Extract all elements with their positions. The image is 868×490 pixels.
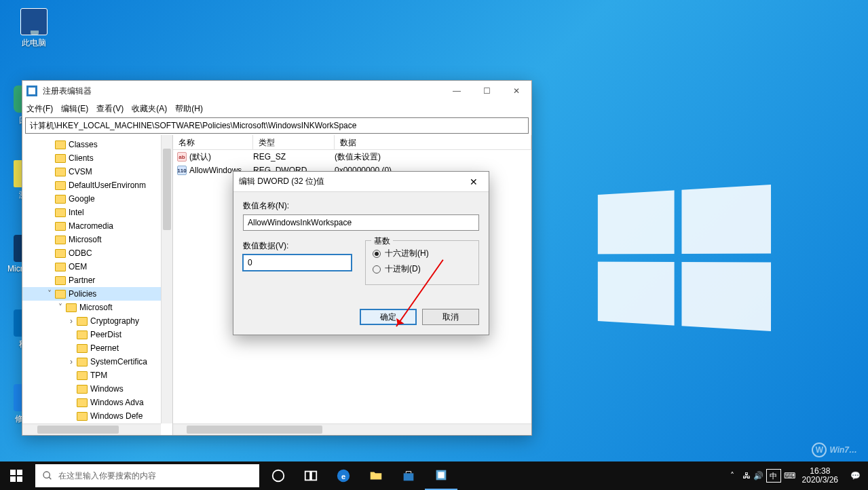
tree-item[interactable]: Clients — [22, 151, 172, 165]
start-button[interactable] — [0, 461, 33, 490]
menu-help[interactable]: 帮助(H) — [175, 103, 203, 115]
value-data: (数值未设置) — [335, 151, 531, 163]
folder-icon — [77, 371, 88, 380]
tree-item[interactable]: ODBC — [22, 246, 172, 260]
titlebar[interactable]: 注册表编辑器 — ☐ ✕ — [22, 81, 531, 101]
tree-hscrollbar[interactable] — [22, 423, 161, 435]
dialog-titlebar[interactable]: 编辑 DWORD (32 位)值 ✕ — [233, 172, 489, 192]
tree-vscrollbar[interactable] — [161, 135, 172, 423]
tree-item[interactable]: Partner — [22, 274, 172, 287]
taskbar-store[interactable] — [392, 461, 425, 490]
tree-item[interactable]: Macromedia — [22, 219, 172, 233]
tree-item[interactable]: TPM — [22, 369, 172, 382]
cortana-button[interactable] — [262, 461, 295, 490]
radio-dec-label: 十进制(D) — [385, 263, 421, 275]
value-data-label: 数值数据(V): — [243, 240, 352, 252]
tree-pane[interactable]: ClassesClientsCVSMDefaultUserEnvironmGoo… — [22, 135, 173, 435]
tree-item[interactable]: Windows Defe — [22, 409, 172, 423]
system-tray: ˄ 🖧 🔊 中 ⌨ 16:382020/3/26 💬 — [725, 467, 868, 485]
tree-item[interactable]: PeerDist — [22, 328, 172, 341]
desktop-icon-this-pc[interactable]: 此电脑 — [14, 8, 54, 49]
value-name-field[interactable] — [243, 214, 479, 231]
tree-item[interactable]: ˅Microsoft — [22, 301, 172, 314]
search-icon — [42, 470, 53, 481]
tray-overflow[interactable]: ˄ — [725, 471, 740, 480]
list-header[interactable]: 名称 类型 数据 — [173, 135, 531, 150]
tree-item[interactable]: Microsoft — [22, 233, 172, 246]
tree-item-label: Peernet — [90, 343, 119, 353]
scrollbar-thumb[interactable] — [187, 426, 322, 434]
svg-rect-4 — [312, 472, 316, 480]
tray-network-icon[interactable]: 🖧 — [742, 471, 751, 480]
search-box[interactable]: 在这里输入你要搜索的内容 — [35, 464, 259, 487]
tree-item-label: Partner — [69, 276, 95, 285]
tree-item-label: Policies — [69, 289, 96, 299]
tree-item-label: DefaultUserEnvironm — [69, 181, 146, 190]
tree-item[interactable]: Google — [22, 192, 172, 206]
svg-text:e: e — [341, 472, 345, 480]
pc-icon — [20, 8, 48, 35]
ime-indicator[interactable]: 中 — [766, 469, 781, 483]
taskbar-regedit[interactable] — [425, 461, 457, 490]
tree-item[interactable]: Windows — [22, 382, 172, 396]
folder-icon — [77, 385, 88, 394]
value-name-label: 数值名称(N): — [243, 200, 479, 212]
tray-volume-icon[interactable]: 🔊 — [753, 471, 763, 480]
maximize-button[interactable]: ☐ — [472, 81, 502, 101]
minimize-button[interactable]: — — [442, 81, 472, 101]
tree-item-label: ODBC — [69, 248, 92, 258]
tree-item-label: Macromedia — [69, 221, 113, 231]
ime-mode-icon[interactable]: ⌨ — [784, 471, 795, 480]
radio-icon — [373, 265, 381, 274]
tree-item[interactable]: Peernet — [22, 341, 172, 355]
value-type: REG_SZ — [253, 152, 335, 162]
task-view-button[interactable] — [295, 461, 327, 490]
taskbar-explorer[interactable] — [360, 461, 392, 490]
clock[interactable]: 16:382020/3/26 — [798, 467, 842, 485]
tree-item[interactable]: ›Cryptography — [22, 314, 172, 328]
radio-icon — [373, 250, 381, 258]
radio-hex[interactable]: 十六进制(H) — [373, 248, 472, 259]
close-button[interactable]: ✕ — [502, 81, 531, 101]
tree-item-label: Cryptography — [90, 316, 139, 326]
desktop-icon-label: 此电脑 — [22, 37, 46, 49]
value-data-field[interactable] — [243, 255, 352, 271]
edge-icon: e — [336, 468, 351, 483]
menu-view[interactable]: 查看(V) — [96, 103, 124, 115]
address-bar[interactable] — [25, 117, 529, 134]
menu-file[interactable]: 文件(F) — [26, 103, 53, 115]
ok-button[interactable]: 确定 — [360, 309, 417, 325]
radio-dec[interactable]: 十进制(D) — [373, 263, 472, 275]
col-type[interactable]: 类型 — [253, 135, 335, 149]
scrollbar-thumb[interactable] — [37, 426, 119, 434]
tree-item[interactable]: DefaultUserEnvironm — [22, 178, 172, 192]
dialog-close-button[interactable]: ✕ — [464, 176, 483, 187]
action-center-button[interactable]: 💬 — [845, 471, 865, 480]
radio-hex-label: 十六进制(H) — [385, 248, 429, 259]
tree-item[interactable]: ›SystemCertifica — [22, 355, 172, 369]
col-name[interactable]: 名称 — [173, 135, 253, 149]
taskbar-edge[interactable]: e — [327, 461, 360, 490]
folder-icon — [55, 290, 66, 299]
tree-item[interactable]: Windows Adva — [22, 396, 172, 409]
cancel-button[interactable]: 取消 — [422, 309, 479, 325]
tree-item[interactable]: CVSM — [22, 165, 172, 178]
folder-icon — [66, 303, 77, 312]
edit-dword-dialog: 编辑 DWORD (32 位)值 ✕ 数值名称(N): 数值数据(V): 基数 … — [233, 171, 489, 335]
folder-icon — [77, 331, 88, 339]
list-row[interactable]: ab(默认)REG_SZ(数值未设置) — [173, 150, 531, 164]
scrollbar-thumb[interactable] — [163, 149, 171, 230]
tree-item[interactable]: OEM — [22, 260, 172, 274]
col-data[interactable]: 数据 — [335, 135, 531, 149]
base-legend: 基数 — [371, 235, 393, 247]
menu-edit[interactable]: 编辑(E) — [61, 103, 88, 115]
value-name: (默认) — [189, 151, 211, 163]
clock-date: 2020/3/26 — [802, 476, 838, 485]
list-hscrollbar[interactable] — [173, 423, 531, 435]
tree-item[interactable]: ˅Policies — [22, 287, 172, 301]
svg-point-2 — [273, 470, 284, 482]
tree-item-label: Microsoft — [69, 235, 102, 244]
menu-favorites[interactable]: 收藏夹(A) — [132, 103, 167, 115]
tree-item[interactable]: Classes — [22, 138, 172, 151]
tree-item[interactable]: Intel — [22, 206, 172, 219]
